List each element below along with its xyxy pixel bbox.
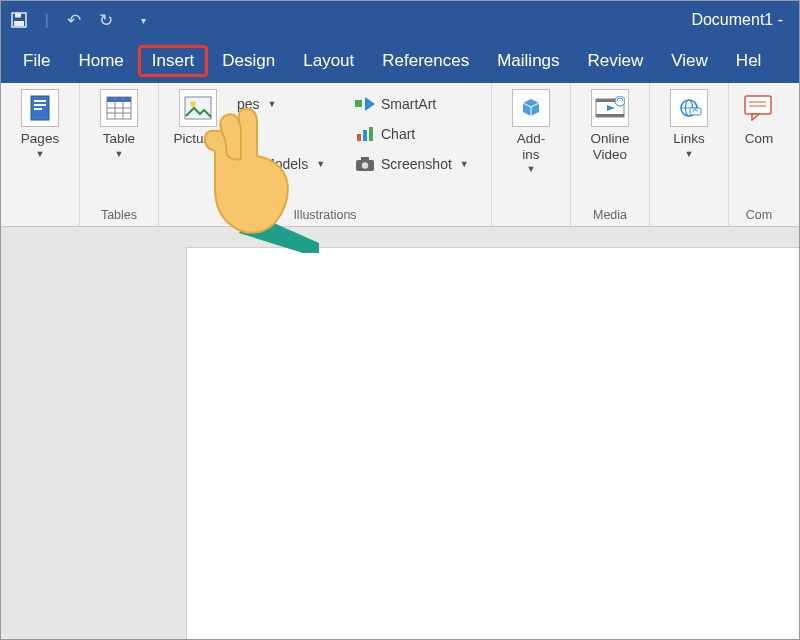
smartart-button[interactable]: SmartArt — [355, 91, 483, 117]
quick-access-toolbar: | ↶ ↻ ▾ — [11, 10, 146, 31]
divider: | — [45, 12, 49, 28]
tab-insert[interactable]: Insert — [138, 45, 209, 77]
screenshot-button[interactable]: Screenshot▼ — [355, 151, 483, 177]
svg-point-24 — [362, 162, 368, 168]
pictures-icon — [179, 89, 217, 127]
chart-button[interactable]: Chart — [355, 121, 483, 147]
table-icon — [100, 89, 138, 127]
group-pages: Pages ▼ — [1, 83, 80, 226]
svg-rect-6 — [34, 108, 42, 110]
group-pages-label — [38, 206, 41, 224]
svg-rect-1 — [15, 14, 21, 18]
group-addins-label — [529, 206, 532, 224]
svg-rect-19 — [357, 134, 361, 141]
svg-rect-13 — [185, 97, 211, 119]
chevron-down-icon: ▼ — [460, 159, 469, 169]
svg-point-14 — [190, 101, 196, 107]
svg-rect-36 — [745, 96, 771, 114]
cube-icon — [237, 155, 257, 173]
group-illustrations: Pictures pes▼ Models▼ SmartArt Chart — [159, 83, 492, 226]
svg-marker-37 — [752, 114, 759, 120]
pages-icon — [21, 89, 59, 127]
svg-rect-2 — [14, 21, 24, 26]
group-tables-label: Tables — [101, 206, 137, 224]
link-icon — [670, 89, 708, 127]
group-media: Online Video Media — [571, 83, 650, 226]
group-links: Links ▼ — [650, 83, 729, 226]
tab-mailings[interactable]: Mailings — [483, 45, 573, 77]
document-workspace — [1, 227, 799, 640]
chevron-down-icon: ▼ — [268, 99, 277, 109]
group-addins: Add- ins ▼ — [492, 83, 571, 226]
comment-button[interactable]: Com — [737, 89, 781, 147]
save-icon[interactable] — [11, 12, 27, 28]
svg-rect-4 — [34, 100, 46, 102]
group-illustrations-label: Illustrations — [293, 206, 356, 224]
models-button[interactable]: Models▼ — [237, 151, 347, 177]
links-label: Links — [673, 131, 705, 147]
pictures-label: Pictures — [174, 131, 223, 147]
page-gutter — [1, 227, 186, 640]
group-media-label: Media — [593, 206, 627, 224]
tab-design[interactable]: Design — [208, 45, 289, 77]
ribbon-tabs: File Home Insert Design Layout Reference… — [1, 39, 799, 83]
svg-rect-17 — [355, 100, 362, 107]
ribbon: Pages ▼ Table ▼ Tables Pictures — [1, 83, 799, 227]
online-video-label: Online Video — [590, 131, 629, 162]
group-comments: Com Com — [729, 83, 789, 226]
svg-rect-29 — [596, 114, 624, 117]
pictures-button[interactable]: Pictures — [167, 89, 229, 147]
links-button[interactable]: Links ▼ — [658, 89, 720, 159]
tab-home[interactable]: Home — [64, 45, 137, 77]
chart-icon — [355, 125, 375, 143]
comment-icon — [740, 89, 778, 127]
tab-view[interactable]: View — [657, 45, 722, 77]
video-icon — [591, 89, 629, 127]
illustrations-col1: pes▼ Models▼ — [237, 89, 347, 177]
tab-help[interactable]: Hel — [722, 45, 776, 77]
table-label: Table — [103, 131, 135, 147]
smartart-icon — [355, 95, 375, 113]
document-page[interactable] — [186, 247, 799, 640]
addins-icon — [512, 89, 550, 127]
pages-button[interactable]: Pages ▼ — [9, 89, 71, 159]
chevron-down-icon: ▼ — [685, 149, 694, 159]
svg-marker-18 — [365, 97, 375, 111]
svg-rect-20 — [363, 130, 367, 141]
tab-layout[interactable]: Layout — [289, 45, 368, 77]
group-comments-label: Com — [746, 206, 772, 224]
chevron-down-icon: ▼ — [527, 164, 536, 174]
document-title: Document1 - — [146, 11, 789, 29]
comment-label: Com — [745, 131, 774, 147]
svg-rect-8 — [107, 97, 131, 102]
group-links-label — [687, 206, 690, 224]
svg-rect-5 — [34, 104, 46, 106]
tab-file[interactable]: File — [9, 45, 64, 77]
camera-icon — [355, 155, 375, 173]
undo-icon[interactable]: ↶ — [67, 10, 81, 31]
illustrations-col2: SmartArt Chart Screenshot▼ — [355, 89, 483, 177]
addins-label: Add- ins — [517, 131, 546, 162]
title-bar: | ↶ ↻ ▾ Document1 - — [1, 1, 799, 39]
group-tables: Table ▼ Tables — [80, 83, 159, 226]
pages-label: Pages — [21, 131, 59, 147]
chevron-down-icon: ▼ — [115, 149, 124, 159]
chevron-down-icon: ▼ — [36, 149, 45, 159]
svg-rect-23 — [361, 157, 369, 161]
chevron-down-icon: ▼ — [316, 159, 325, 169]
addins-button[interactable]: Add- ins ▼ — [500, 89, 562, 174]
shapes-button[interactable]: pes▼ — [237, 91, 347, 117]
redo-icon[interactable]: ↻ — [99, 10, 113, 31]
tab-references[interactable]: References — [368, 45, 483, 77]
online-video-button[interactable]: Online Video — [579, 89, 641, 162]
svg-rect-21 — [369, 127, 373, 141]
tab-review[interactable]: Review — [574, 45, 658, 77]
table-button[interactable]: Table ▼ — [88, 89, 150, 159]
